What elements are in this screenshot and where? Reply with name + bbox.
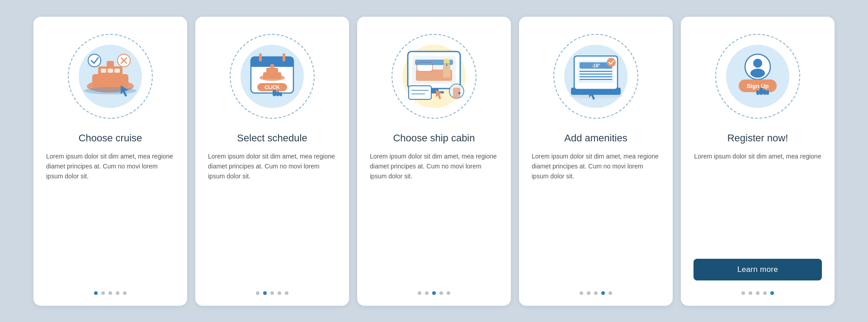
card-title-cabin: Choose ship cabin xyxy=(393,132,475,144)
card-title-register: Register now! xyxy=(727,132,788,144)
svg-text:-18°: -18° xyxy=(592,63,600,68)
cruise-ship-icon xyxy=(81,49,140,103)
dot-s5 xyxy=(285,291,288,295)
dot-a2 xyxy=(587,291,590,295)
svg-text:Sign Up: Sign Up xyxy=(746,83,769,89)
svg-rect-5 xyxy=(114,69,120,73)
svg-rect-3 xyxy=(101,69,106,73)
dot-a5 xyxy=(609,291,612,295)
svg-rect-65 xyxy=(756,90,760,95)
dot-s4 xyxy=(278,291,281,295)
amenities-icon: -18° xyxy=(564,47,627,106)
dots-cabin xyxy=(418,291,450,295)
dot-s3 xyxy=(270,291,274,295)
svg-rect-6 xyxy=(107,61,114,68)
dot-r3 xyxy=(756,291,760,295)
svg-point-8 xyxy=(88,54,101,67)
dot-c4 xyxy=(439,291,443,295)
cabin-icon xyxy=(402,47,466,106)
dot-c2 xyxy=(425,291,429,295)
dot-c5 xyxy=(447,291,450,295)
dots-cruise xyxy=(94,291,127,295)
card-select-schedule: CLICK Select schedule Lorem ipsum dolor … xyxy=(195,17,349,306)
learn-more-button[interactable]: Learn more xyxy=(693,259,822,280)
dots-amenities xyxy=(580,291,612,295)
signup-icon: Sign Up xyxy=(726,47,789,106)
card-add-amenities: -18° Add amenities Lorem ipsum dolor sit… xyxy=(519,17,673,306)
dot-4 xyxy=(116,291,119,295)
dot-r5 xyxy=(770,291,774,295)
card-body-amenities: Lorem ipsum dolor sit dim amet, mea regi… xyxy=(532,151,660,280)
card-title-schedule: Select schedule xyxy=(237,132,307,144)
card-body-cabin: Lorem ipsum dolor sit dim amet, mea regi… xyxy=(370,151,498,280)
svg-rect-21 xyxy=(270,64,274,69)
svg-point-7 xyxy=(84,87,137,94)
card-icon-area-schedule: CLICK xyxy=(227,31,317,121)
dot-r2 xyxy=(749,291,752,295)
cards-container: Choose cruise Lorem ipsum dolor sit dim … xyxy=(15,2,853,320)
dot-a1 xyxy=(580,291,583,295)
svg-rect-25 xyxy=(276,91,279,96)
svg-rect-63 xyxy=(763,89,766,95)
card-body-cruise: Lorem ipsum dolor sit dim amet, mea regi… xyxy=(46,151,175,280)
svg-rect-4 xyxy=(108,69,113,73)
card-body-register: Lorem ipsum dolor sit dim amet, mea regi… xyxy=(694,151,821,253)
svg-point-55 xyxy=(607,58,616,67)
dot-5 xyxy=(123,291,127,295)
dot-r4 xyxy=(763,291,767,295)
card-icon-area-cruise xyxy=(65,31,156,121)
svg-rect-38 xyxy=(409,86,431,99)
card-title-amenities: Add amenities xyxy=(564,132,627,144)
svg-point-44 xyxy=(458,92,461,94)
dot-c1 xyxy=(418,291,421,295)
card-icon-area-register: Sign Up xyxy=(712,31,803,121)
svg-point-59 xyxy=(750,69,765,78)
card-register-now: Sign Up Register now! Lorem ipsum dolor … xyxy=(681,17,835,306)
dots-schedule xyxy=(256,291,288,295)
card-body-schedule: Lorem ipsum dolor sit dim amet, mea regi… xyxy=(208,151,336,280)
dot-a4 xyxy=(601,291,605,295)
dots-register xyxy=(741,291,774,295)
card-choose-cruise: Choose cruise Lorem ipsum dolor sit dim … xyxy=(33,17,187,306)
dot-s2 xyxy=(263,291,267,295)
svg-text:CLICK: CLICK xyxy=(264,84,280,90)
dot-s1 xyxy=(256,291,259,295)
card-choose-cabin: Choose ship cabin Lorem ipsum dolor sit … xyxy=(357,17,511,306)
svg-rect-16 xyxy=(259,53,262,61)
svg-rect-17 xyxy=(283,53,285,61)
dot-r1 xyxy=(741,291,745,295)
svg-rect-62 xyxy=(760,88,763,95)
card-icon-area-amenities: -18° xyxy=(551,31,641,121)
dot-3 xyxy=(108,291,112,295)
dot-c3 xyxy=(432,291,436,295)
dot-a3 xyxy=(594,291,598,295)
card-title-cruise: Choose cruise xyxy=(79,132,142,144)
dot-2 xyxy=(101,291,105,295)
card-icon-area-cabin xyxy=(389,31,479,121)
svg-rect-26 xyxy=(279,92,282,96)
svg-rect-33 xyxy=(443,64,450,78)
svg-rect-64 xyxy=(766,90,769,95)
calendar-icon: CLICK xyxy=(243,47,302,106)
svg-rect-35 xyxy=(446,63,448,66)
svg-rect-24 xyxy=(273,90,276,96)
svg-point-58 xyxy=(753,59,762,68)
dot-1 xyxy=(94,291,98,295)
